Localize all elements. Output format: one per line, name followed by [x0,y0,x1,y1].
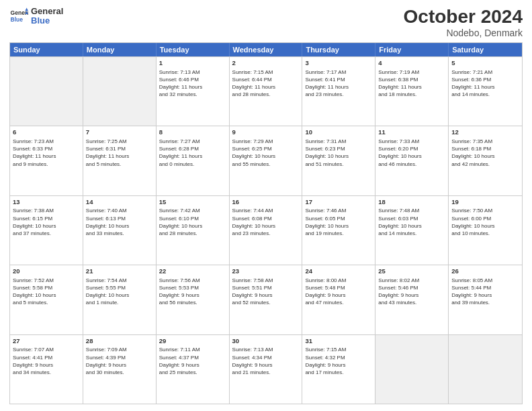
day-number: 24 [305,267,372,276]
day-info: Sunrise: 7:15 AM Sunset: 4:32 PM Dayligh… [305,346,372,376]
calendar-cell: 12Sunrise: 7:35 AM Sunset: 6:18 PM Dayli… [449,126,522,195]
day-number: 11 [378,128,445,137]
day-info: Sunrise: 7:11 AM Sunset: 4:37 PM Dayligh… [159,346,226,376]
calendar-cell: 31Sunrise: 7:15 AM Sunset: 4:32 PM Dayli… [302,335,375,404]
day-info: Sunrise: 7:25 AM Sunset: 6:31 PM Dayligh… [86,138,153,168]
calendar-cell: 26Sunrise: 8:05 AM Sunset: 5:44 PM Dayli… [449,265,522,334]
svg-text:Blue: Blue [11,16,24,23]
day-number: 30 [232,337,300,346]
day-info: Sunrise: 7:19 AM Sunset: 6:38 PM Dayligh… [378,68,445,99]
day-info: Sunrise: 7:27 AM Sunset: 6:28 PM Dayligh… [159,138,226,168]
calendar-cell: 15Sunrise: 7:42 AM Sunset: 6:10 PM Dayli… [157,196,230,265]
day-info: Sunrise: 7:58 AM Sunset: 5:51 PM Dayligh… [232,277,300,307]
calendar-cell: 24Sunrise: 8:00 AM Sunset: 5:48 PM Dayli… [302,265,375,334]
weekday-header: Saturday [449,43,522,56]
day-number: 18 [378,198,445,207]
day-info: Sunrise: 7:09 AM Sunset: 4:39 PM Dayligh… [86,346,153,376]
day-info: Sunrise: 7:13 AM Sunset: 4:34 PM Dayligh… [232,346,300,376]
logo-general: General [31,7,63,16]
day-number: 17 [305,198,372,207]
calendar-cell: 20Sunrise: 7:52 AM Sunset: 5:58 PM Dayli… [10,265,83,334]
day-number: 7 [86,128,153,137]
calendar-cell: 9Sunrise: 7:29 AM Sunset: 6:25 PM Daylig… [230,126,303,195]
calendar-row: 20Sunrise: 7:52 AM Sunset: 5:58 PM Dayli… [10,265,522,334]
day-info: Sunrise: 7:15 AM Sunset: 6:44 PM Dayligh… [232,68,300,99]
day-number: 22 [159,267,226,276]
calendar-body: 1Sunrise: 7:13 AM Sunset: 6:46 PM Daylig… [10,56,522,404]
page: General Blue General Blue October 2024 N… [0,0,532,411]
calendar-cell: 23Sunrise: 7:58 AM Sunset: 5:51 PM Dayli… [230,265,303,334]
calendar-cell: 30Sunrise: 7:13 AM Sunset: 4:34 PM Dayli… [230,335,303,404]
day-number: 3 [305,59,372,68]
day-info: Sunrise: 7:35 AM Sunset: 6:18 PM Dayligh… [451,138,519,168]
day-number: 2 [232,59,300,68]
day-info: Sunrise: 7:38 AM Sunset: 6:15 PM Dayligh… [13,207,80,237]
calendar: SundayMondayTuesdayWednesdayThursdayFrid… [9,42,523,404]
day-number: 29 [159,337,226,346]
calendar-cell: 14Sunrise: 7:40 AM Sunset: 6:13 PM Dayli… [83,196,157,265]
day-number: 21 [86,267,153,276]
weekday-header: Monday [83,43,157,56]
day-number: 6 [13,128,80,137]
day-info: Sunrise: 7:33 AM Sunset: 6:20 PM Dayligh… [378,138,445,168]
day-info: Sunrise: 7:17 AM Sunset: 6:41 PM Dayligh… [305,68,372,99]
day-info: Sunrise: 7:31 AM Sunset: 6:23 PM Dayligh… [305,138,372,168]
calendar-cell: 11Sunrise: 7:33 AM Sunset: 6:20 PM Dayli… [375,126,449,195]
day-number: 14 [86,198,153,207]
calendar-header: SundayMondayTuesdayWednesdayThursdayFrid… [10,43,522,56]
calendar-row: 27Sunrise: 7:07 AM Sunset: 4:41 PM Dayli… [10,334,522,404]
day-info: Sunrise: 7:48 AM Sunset: 6:03 PM Dayligh… [378,207,445,237]
day-info: Sunrise: 8:00 AM Sunset: 5:48 PM Dayligh… [305,277,372,307]
day-number: 16 [232,198,300,207]
day-number: 8 [159,128,226,137]
weekday-header: Thursday [302,43,375,56]
day-number: 5 [451,59,519,68]
calendar-cell: 29Sunrise: 7:11 AM Sunset: 4:37 PM Dayli… [157,335,230,404]
day-number: 15 [159,198,226,207]
day-info: Sunrise: 7:07 AM Sunset: 4:41 PM Dayligh… [13,346,80,376]
day-number: 27 [13,337,80,346]
day-info: Sunrise: 7:54 AM Sunset: 5:55 PM Dayligh… [86,277,153,307]
day-number: 31 [305,337,372,346]
calendar-cell: 19Sunrise: 7:50 AM Sunset: 6:00 PM Dayli… [449,196,522,265]
calendar-cell: 21Sunrise: 7:54 AM Sunset: 5:55 PM Dayli… [83,265,157,334]
month-title: October 2024 [404,7,523,28]
logo-icon: General Blue [9,7,28,26]
calendar-cell [83,57,157,126]
logo-blue: Blue [31,16,63,26]
day-info: Sunrise: 7:44 AM Sunset: 6:08 PM Dayligh… [232,207,300,237]
calendar-row: 1Sunrise: 7:13 AM Sunset: 6:46 PM Daylig… [10,56,522,126]
calendar-cell: 5Sunrise: 7:21 AM Sunset: 6:36 PM Daylig… [449,57,522,126]
calendar-cell: 1Sunrise: 7:13 AM Sunset: 6:46 PM Daylig… [157,57,230,126]
day-number: 19 [451,198,519,207]
title-block: October 2024 Nodebo, Denmark [404,7,523,38]
day-info: Sunrise: 7:29 AM Sunset: 6:25 PM Dayligh… [232,138,300,168]
calendar-cell [375,335,449,404]
day-info: Sunrise: 7:46 AM Sunset: 6:05 PM Dayligh… [305,207,372,237]
calendar-cell: 16Sunrise: 7:44 AM Sunset: 6:08 PM Dayli… [230,196,303,265]
day-info: Sunrise: 7:13 AM Sunset: 6:46 PM Dayligh… [159,68,226,99]
calendar-cell: 7Sunrise: 7:25 AM Sunset: 6:31 PM Daylig… [83,126,157,195]
calendar-cell: 2Sunrise: 7:15 AM Sunset: 6:44 PM Daylig… [230,57,303,126]
calendar-row: 6Sunrise: 7:23 AM Sunset: 6:33 PM Daylig… [10,126,522,195]
day-number: 9 [232,128,300,137]
weekday-header: Sunday [10,43,83,56]
day-info: Sunrise: 7:21 AM Sunset: 6:36 PM Dayligh… [451,68,519,99]
calendar-cell: 28Sunrise: 7:09 AM Sunset: 4:39 PM Dayli… [83,335,157,404]
day-number: 10 [305,128,372,137]
calendar-cell: 3Sunrise: 7:17 AM Sunset: 6:41 PM Daylig… [302,57,375,126]
calendar-cell: 27Sunrise: 7:07 AM Sunset: 4:41 PM Dayli… [10,335,83,404]
day-number: 23 [232,267,300,276]
day-number: 12 [451,128,519,137]
calendar-cell: 22Sunrise: 7:56 AM Sunset: 5:53 PM Dayli… [157,265,230,334]
calendar-cell: 4Sunrise: 7:19 AM Sunset: 6:38 PM Daylig… [375,57,449,126]
day-info: Sunrise: 7:50 AM Sunset: 6:00 PM Dayligh… [451,207,519,237]
calendar-cell: 8Sunrise: 7:27 AM Sunset: 6:28 PM Daylig… [157,126,230,195]
day-number: 26 [451,267,519,276]
location: Nodebo, Denmark [404,28,523,38]
day-info: Sunrise: 8:05 AM Sunset: 5:44 PM Dayligh… [451,277,519,307]
day-info: Sunrise: 7:42 AM Sunset: 6:10 PM Dayligh… [159,207,226,237]
calendar-cell: 6Sunrise: 7:23 AM Sunset: 6:33 PM Daylig… [10,126,83,195]
calendar-cell: 17Sunrise: 7:46 AM Sunset: 6:05 PM Dayli… [302,196,375,265]
day-number: 13 [13,198,80,207]
